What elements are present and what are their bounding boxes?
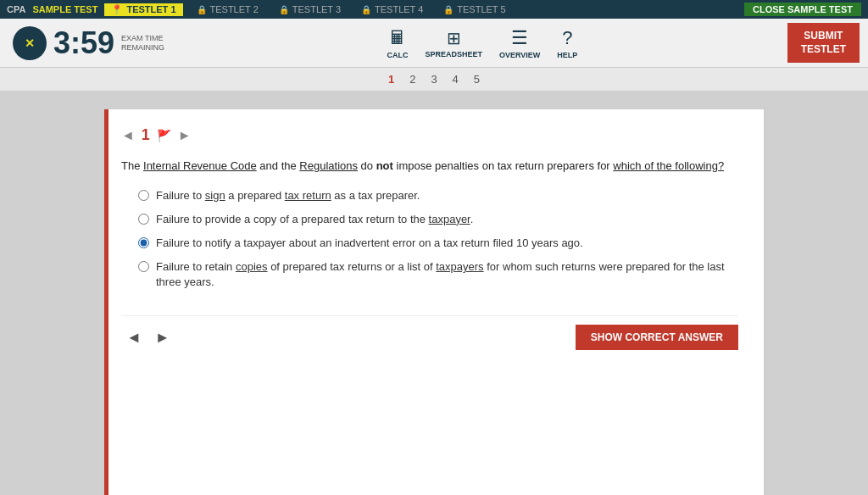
top-bar: CPA SAMPLE TEST 📍 TESTLET 1 🔒 TESTLET 2 …	[0, 0, 868, 19]
question-nav-5[interactable]: 5	[470, 71, 484, 87]
option-b-text: Failure to provide a copy of a prepared …	[156, 212, 473, 227]
question-header: ◄ 1 🚩 ►	[121, 126, 738, 144]
question-number: 1	[142, 126, 150, 144]
which-link: which of the following?	[613, 159, 724, 172]
option-c-radio[interactable]	[138, 237, 149, 248]
show-correct-answer-button[interactable]: SHOW CORRECT ANSWER	[576, 325, 738, 350]
testlet-3-label: TESTLET 3	[292, 4, 341, 14]
question-nav-3[interactable]: 3	[426, 71, 441, 87]
lock-icon-4: 🔒	[361, 5, 371, 14]
option-d-text: Failure to retain copies of prepared tax…	[156, 259, 738, 290]
help-tool[interactable]: ? HELP	[557, 27, 577, 59]
timer-label-block: EXAM TIME REMAINING	[121, 34, 164, 53]
testlet-4-label: TESTLET 4	[375, 4, 423, 14]
logo-text: ✕	[25, 36, 35, 50]
option-c-text: Failure to notify a taxpayer about an in…	[156, 236, 583, 251]
timer-display: 3:59	[53, 25, 114, 61]
answer-options: Failure to sign a prepared tax return as…	[138, 188, 738, 291]
footer-prev-button[interactable]: ◄	[121, 327, 147, 348]
regulations-link: Regulations	[299, 159, 358, 172]
timer-section: ✕ 3:59 EXAM TIME REMAINING	[0, 25, 177, 61]
timer-time: 3:59	[53, 25, 114, 61]
close-sample-button[interactable]: CLOSE SAMPLE TEST	[744, 3, 861, 16]
second-bar: ✕ 3:59 EXAM TIME REMAINING 🖩 CALC ⊞ SPRE…	[0, 19, 868, 68]
overview-icon: ☰	[511, 27, 528, 49]
option-b: Failure to provide a copy of a prepared …	[138, 212, 738, 227]
testlet-1-label: TESTLET 1	[126, 4, 175, 14]
card-footer: ◄ ► SHOW CORRECT ANSWER	[121, 315, 738, 350]
map-pin-icon: 📍	[111, 4, 123, 15]
submit-testlet-button[interactable]: SUBMITTESTLET	[787, 23, 860, 63]
spreadsheet-label: SPREADSHEET	[425, 50, 482, 58]
testlet-4[interactable]: 🔒 TESTLET 4	[354, 3, 430, 15]
help-icon: ?	[562, 27, 572, 49]
option-d: Failure to retain copies of prepared tax…	[138, 259, 738, 290]
question-nav-1[interactable]: 1	[384, 71, 398, 87]
option-d-radio[interactable]	[138, 261, 149, 272]
timer-label-1: EXAM TIME	[121, 34, 164, 43]
question-nav-4[interactable]: 4	[448, 71, 463, 87]
calc-tool[interactable]: 🖩 CALC	[387, 27, 408, 59]
option-a-text: Failure to sign a prepared tax return as…	[156, 188, 420, 203]
sample-test-label: SAMPLE TEST	[32, 4, 97, 14]
card-left-border	[104, 109, 108, 495]
tools-section: 🖩 CALC ⊞ SPREADSHEET ☰ OVERVIEW ? HELP	[177, 27, 787, 59]
lock-icon-3: 🔒	[279, 5, 289, 14]
question-nav-bar: 1 2 3 4 5	[0, 68, 868, 92]
calc-label: CALC	[387, 51, 408, 59]
footer-next-button[interactable]: ►	[150, 327, 175, 348]
option-c: Failure to notify a taxpayer about an in…	[138, 236, 738, 251]
top-bar-left: CPA SAMPLE TEST 📍 TESTLET 1 🔒 TESTLET 2 …	[7, 3, 513, 16]
calc-icon: 🖩	[388, 27, 407, 49]
question-text: The Internal Revenue Code and the Regula…	[121, 158, 738, 175]
testlet-5[interactable]: 🔒 TESTLET 5	[437, 3, 512, 15]
question-nav-2[interactable]: 2	[405, 71, 420, 87]
overview-label: OVERVIEW	[499, 51, 540, 59]
option-a-radio[interactable]	[138, 190, 149, 201]
testlet-3[interactable]: 🔒 TESTLET 3	[272, 3, 348, 15]
option-a: Failure to sign a prepared tax return as…	[138, 188, 738, 203]
testlet-2[interactable]: 🔒 TESTLET 2	[190, 3, 265, 15]
footer-navigation: ◄ ►	[121, 327, 175, 348]
timer-label-2: REMAINING	[121, 43, 164, 53]
lock-icon-2: 🔒	[197, 5, 207, 14]
lock-icon-5: 🔒	[443, 5, 453, 14]
option-b-radio[interactable]	[138, 214, 149, 225]
spreadsheet-icon: ⊞	[447, 28, 461, 48]
timer-logo: ✕	[13, 26, 47, 60]
question-prev-arrow[interactable]: ◄	[121, 128, 135, 143]
irc-link: Internal Revenue Code	[143, 159, 257, 172]
testlet-2-label: TESTLET 2	[210, 4, 259, 14]
question-card: ◄ 1 🚩 ► The Internal Revenue Code and th…	[103, 108, 765, 495]
testlet-5-label: TESTLET 5	[457, 4, 505, 14]
overview-tool[interactable]: ☰ OVERVIEW	[499, 27, 540, 59]
question-next-arrow[interactable]: ►	[178, 128, 192, 143]
main-content: ◄ 1 🚩 ► The Internal Revenue Code and th…	[0, 92, 868, 495]
help-label: HELP	[557, 51, 577, 59]
flag-icon[interactable]: 🚩	[157, 129, 171, 142]
testlet-1-active[interactable]: 📍 TESTLET 1	[104, 3, 182, 16]
spreadsheet-tool[interactable]: ⊞ SPREADSHEET	[425, 28, 482, 58]
cpa-label: CPA	[7, 4, 25, 14]
